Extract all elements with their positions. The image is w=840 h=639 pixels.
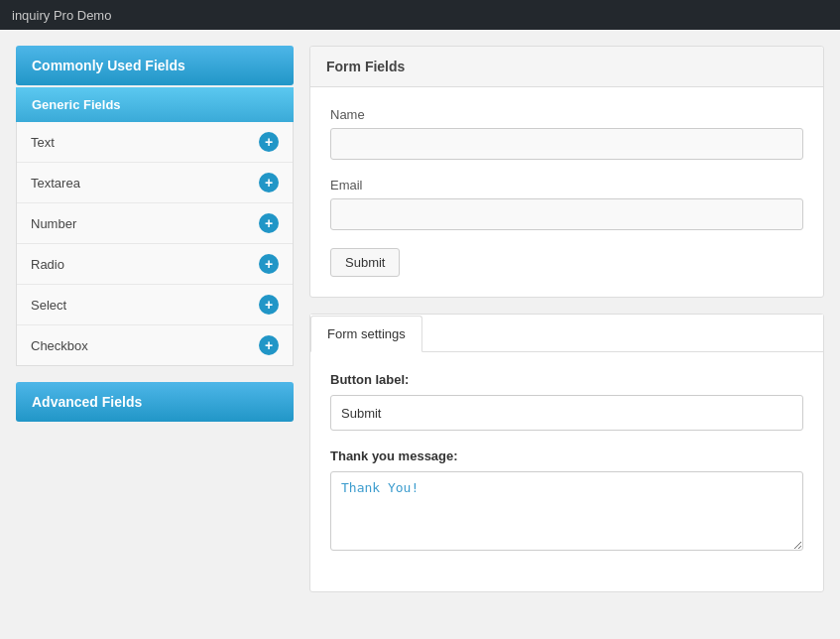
form-fields-body: Name Email Submit (310, 87, 823, 297)
advanced-fields-label: Advanced Fields (32, 394, 142, 410)
email-input[interactable] (330, 198, 803, 230)
field-label-checkbox: Checkbox (31, 338, 88, 353)
field-item-select[interactable]: Select + (17, 285, 293, 325)
add-textarea-icon[interactable]: + (259, 173, 279, 192)
name-group: Name (330, 107, 803, 160)
field-item-text[interactable]: Text + (17, 122, 293, 163)
field-label-select: Select (31, 298, 66, 313)
settings-body: Button label: Thank you message: (310, 352, 823, 591)
button-label-text: Button label: (330, 372, 803, 387)
thank-you-group: Thank you message: (330, 448, 803, 554)
field-item-textarea[interactable]: Textarea + (17, 163, 293, 203)
commonly-used-label: Commonly Used Fields (32, 58, 185, 73)
email-label: Email (330, 178, 803, 192)
button-label-group: Button label: (330, 372, 803, 431)
content-area: Form Fields Name Email Submit Form setti… (309, 46, 824, 623)
field-label-textarea: Textarea (31, 176, 80, 191)
sidebar: Commonly Used Fields Generic Fields Text… (16, 46, 294, 623)
add-text-icon[interactable]: + (259, 132, 279, 152)
tab-form-settings[interactable]: Form settings (310, 316, 422, 352)
thank-you-textarea[interactable] (330, 471, 803, 551)
field-label-text: Text (31, 135, 55, 150)
add-number-icon[interactable]: + (259, 213, 279, 233)
field-item-checkbox[interactable]: Checkbox + (17, 325, 293, 365)
field-item-number[interactable]: Number + (17, 203, 293, 244)
topbar: inquiry Pro Demo (0, 0, 840, 30)
advanced-fields-header[interactable]: Advanced Fields (16, 382, 294, 422)
add-radio-icon[interactable]: + (259, 254, 279, 274)
submit-button[interactable]: Submit (330, 248, 400, 277)
tabs-bar: Form settings (310, 315, 823, 352)
commonly-used-header[interactable]: Commonly Used Fields (16, 46, 294, 85)
name-input[interactable] (330, 128, 803, 160)
fields-list: Text + Textarea + Number + Radio (16, 122, 294, 366)
generic-fields-header: Generic Fields (16, 87, 294, 122)
main-layout: Commonly Used Fields Generic Fields Text… (0, 30, 840, 639)
field-item-radio[interactable]: Radio + (17, 244, 293, 285)
add-checkbox-icon[interactable]: + (259, 335, 279, 355)
button-label-input[interactable] (330, 395, 803, 431)
field-label-radio: Radio (31, 257, 64, 272)
field-label-number: Number (31, 216, 76, 231)
form-fields-panel: Form Fields Name Email Submit (309, 46, 824, 298)
add-select-icon[interactable]: + (259, 295, 279, 315)
generic-fields-label: Generic Fields (32, 97, 121, 112)
topbar-title: inquiry Pro Demo (12, 8, 111, 23)
form-fields-header: Form Fields (310, 47, 823, 87)
form-settings-panel: Form settings Button label: Thank you me… (309, 314, 824, 592)
name-label: Name (330, 107, 803, 122)
thank-you-label: Thank you message: (330, 448, 803, 463)
email-group: Email (330, 178, 803, 230)
